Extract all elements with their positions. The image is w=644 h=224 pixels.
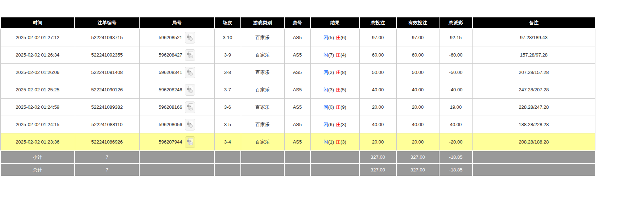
time-cell: 2025-02-02 01:26:34 [0,46,75,64]
column-header-total-payout: 总派彩 [439,17,472,29]
table-row[interactable]: 2025-02-02 01:23:36 522241086926 5962079… [0,133,595,151]
table-no-cell: AS5 [284,133,310,151]
summary-empty-cell [214,163,241,176]
time-cell: 2025-02-02 01:26:06 [0,64,75,81]
summary-valid-bet-cell: 327.00 [396,151,439,163]
total-bet-cell: 50.00 [359,64,396,81]
bet-records-table: 时间 注单编号 局号 场次 游戏类别 桌号 结果 总投注 有效投注 总派彩 备注… [0,17,595,177]
banker-result-score: (4) [340,52,346,58]
summary-total-bet-cell: 327.00 [359,151,396,163]
game-type-cell: 百家乐 [241,64,284,81]
table-row[interactable]: 2025-02-02 01:24:59 522241089382 5962081… [0,99,595,116]
summary-empty-cell [284,151,310,163]
column-header-round-id: 局号 [139,17,214,29]
payout-cell: -20.00 [439,133,472,151]
player-result-score: (2) [328,70,334,75]
summary-row: 总计 7 327.00 327.00 -18.85 [0,163,595,176]
summary-total-bet-cell: 327.00 [359,163,396,176]
remark-cell: 208.28/188.28 [472,133,595,151]
table-body: 2025-02-02 01:27:12 522241093715 5962085… [0,29,595,176]
video-replay-button[interactable] [185,32,195,43]
summary-empty-cell [241,151,284,163]
valid-bet-cell: 60.00 [396,46,439,64]
video-replay-button[interactable] [185,49,195,61]
banker-result-score: (3) [340,139,346,145]
banker-result-score: (6) [340,35,346,40]
player-result-score: (6) [328,122,334,127]
valid-bet-cell: 40.00 [396,81,439,99]
column-header-table-no: 桌号 [284,17,310,29]
time-cell: 2025-02-02 01:27:12 [0,29,75,46]
session-cell: 3-5 [214,116,241,133]
session-cell: 3-10 [214,29,241,46]
time-cell: 2025-02-02 01:24:59 [0,99,75,116]
summary-empty-cell [310,151,359,163]
summary-empty-cell [241,163,284,176]
table-no-cell: AS5 [284,116,310,133]
summary-remark-cell [472,163,595,176]
column-header-result: 结果 [310,17,359,29]
video-replay-button[interactable] [185,84,195,96]
game-type-cell: 百家乐 [241,29,284,46]
total-bet-cell: 40.00 [359,81,396,99]
round-id-cell: 596208427 [139,46,214,64]
round-id-cell: 596208521 [139,29,214,46]
bet-id-cell: 522241092355 [75,46,139,64]
remark-cell: 97.28/189.43 [472,29,595,46]
table-no-cell: AS5 [284,29,310,46]
session-cell: 3-9 [214,46,241,64]
video-replay-button[interactable] [185,136,195,148]
video-icon [187,121,193,128]
banker-result-score: (5) [340,87,346,92]
header-row: 时间 注单编号 局号 场次 游戏类别 桌号 结果 总投注 有效投注 总派彩 备注 [0,17,595,29]
payout-cell: 19.00 [439,99,472,116]
round-id-text: 596208521 [158,35,182,40]
player-result-label: 闲 [323,87,328,92]
session-cell: 3-8 [214,64,241,81]
summary-empty-cell [214,151,241,163]
summary-payout-cell: -18.85 [439,163,472,176]
remark-cell: 188.28/228.28 [472,116,595,133]
video-replay-button[interactable] [185,67,195,78]
summary-empty-cell [310,163,359,176]
summary-valid-bet-cell: 327.00 [396,163,439,176]
table-row[interactable]: 2025-02-02 01:24:15 522241088110 5962080… [0,116,595,133]
banker-result-score: (9) [340,104,346,110]
result-cell: 闲(1)庄(3) [310,133,359,151]
total-bet-cell: 20.00 [359,99,396,116]
session-cell: 3-6 [214,99,241,116]
payout-cell: 92.15 [439,29,472,46]
remark-cell: 247.28/207.28 [472,81,595,99]
bet-id-cell: 522241088110 [75,116,139,133]
column-header-time: 时间 [0,17,75,29]
round-id-text: 596208166 [158,104,182,110]
bet-id-cell: 522241093715 [75,29,139,46]
video-icon [187,138,193,146]
player-result-label: 闲 [323,35,328,40]
video-replay-button[interactable] [185,119,195,130]
round-id-cell: 596208341 [139,64,214,81]
player-result-score: (7) [328,52,334,58]
bet-id-cell: 522241090126 [75,81,139,99]
payout-cell: -50.00 [439,64,472,81]
game-type-cell: 百家乐 [241,133,284,151]
table-no-cell: AS5 [284,99,310,116]
video-replay-button[interactable] [185,101,195,113]
table-row[interactable]: 2025-02-02 01:25:25 522241090126 5962082… [0,81,595,99]
player-result-score: (0) [328,104,334,110]
table-no-cell: AS5 [284,81,310,99]
round-id-text: 596208427 [158,52,182,58]
table-row[interactable]: 2025-02-02 01:26:06 522241091408 5962083… [0,64,595,81]
player-result-label: 闲 [323,52,328,58]
player-result-label: 闲 [323,70,328,75]
summary-empty-cell [139,151,214,163]
summary-remark-cell [472,151,595,163]
table-row[interactable]: 2025-02-02 01:26:34 522241092355 5962084… [0,46,595,64]
total-bet-cell: 20.00 [359,133,396,151]
table-row[interactable]: 2025-02-02 01:27:12 522241093715 5962085… [0,29,595,46]
column-header-valid-bet: 有效投注 [396,17,439,29]
player-result-label: 闲 [323,122,328,127]
payout-cell: -40.00 [439,81,472,99]
total-bet-cell: 97.00 [359,29,396,46]
total-bet-cell: 40.00 [359,116,396,133]
